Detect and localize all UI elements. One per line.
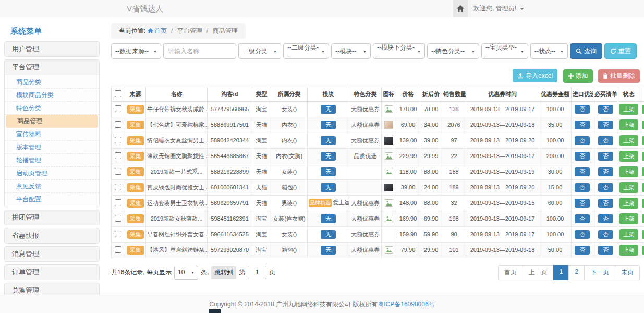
search-button[interactable]: 查询 [570,43,602,59]
page-button[interactable]: 2 [568,265,585,280]
filter-select[interactable]: --模块下分类--▼ [373,43,425,59]
page-button[interactable]: 1 [553,265,569,280]
sidebar-group: 平台管理商品分类模块商品分类特色分类商品管理宣传物料版本管理轮播管理启动页管理意… [4,59,100,207]
edit-button[interactable] [642,105,644,114]
edit-button[interactable] [642,167,644,176]
discount-price: 29.99 [420,148,442,164]
edit-button[interactable] [642,152,644,161]
edit-button[interactable] [642,121,644,129]
status-button[interactable]: 上架 [619,213,638,224]
row-checkbox[interactable] [115,152,121,159]
row-checkbox[interactable] [115,137,121,143]
sidebar-group-header[interactable]: 平台管理 [5,60,99,75]
status-button[interactable]: 上架 [619,166,638,177]
icp-link[interactable]: 粤ICP备16098006号 [378,300,434,309]
import-optimal-toggle[interactable]: 否 [575,246,590,255]
page-button[interactable]: 上一页 [523,265,554,280]
status-button[interactable]: 上架 [619,182,638,193]
import-excel-button[interactable]: 导入excel [513,69,557,82]
sidebar-group-header[interactable]: 订单管理 [5,265,99,280]
status-button[interactable]: 上架 [619,119,638,130]
must-buy-toggle[interactable]: 否 [598,136,613,145]
row-checkbox[interactable] [115,105,121,112]
must-buy-toggle[interactable]: 否 [598,183,613,192]
sidebar-group-header[interactable]: 省惠快报 [5,228,99,243]
batch-delete-button[interactable]: 批量删除 [598,69,640,83]
edit-button[interactable] [642,230,644,239]
status-button[interactable]: 上架 [619,245,638,256]
import-optimal-toggle[interactable]: 否 [575,183,590,192]
status-button[interactable]: 上架 [619,229,638,240]
import-optimal-toggle[interactable]: 否 [575,214,590,223]
sidebar-item[interactable]: 商品分类 [5,76,99,89]
select-all-checkbox[interactable] [115,90,121,97]
sidebar-item[interactable]: 特色分类 [5,102,99,115]
sidebar-item[interactable]: 轮播管理 [5,154,99,167]
status-button[interactable]: 上架 [619,198,638,209]
must-buy-toggle[interactable]: 否 [598,230,613,239]
filter-select[interactable]: 一级分类▼ [238,43,281,59]
sidebar-item[interactable]: 商品管理 [6,115,98,128]
sidebar-item[interactable]: 模块商品分类 [5,89,99,102]
reset-button[interactable]: 重置 [604,43,637,59]
filter-select[interactable]: --状态--▼ [530,43,568,59]
edit-button[interactable] [642,136,644,145]
price: 148.00 [396,195,420,211]
filter-select[interactable]: --二级分类--▼ [283,43,329,59]
sidebar-item[interactable]: 意见反馈 [5,180,99,193]
must-buy-toggle[interactable]: 否 [598,167,613,176]
row-checkbox[interactable] [115,121,121,128]
select-value: --二级分类-- [287,43,319,59]
page-button[interactable]: 首页 [498,265,523,280]
edit-button[interactable] [642,214,644,223]
filter-select[interactable]: --特色分类--▼ [427,43,479,59]
sidebar-group-header[interactable]: 拼团管理 [5,210,99,225]
sidebar-item[interactable]: 平台配置 [5,193,99,206]
search-name-input[interactable] [163,43,236,59]
filter-select[interactable]: --模块--▼ [331,43,371,59]
sidebar-group-header[interactable]: 用户管理 [5,42,99,56]
import-optimal-toggle[interactable]: 否 [575,105,590,114]
sidebar-item[interactable]: 宣传物料 [5,128,99,141]
filter-select-data-source[interactable]: --数据来源-- ▼ [111,43,161,59]
per-page-select[interactable]: 10 ▼ [174,266,198,280]
sidebar-item[interactable]: 启动页管理 [5,167,99,180]
user-menu[interactable]: 欢迎您, 管理员! [473,0,524,17]
sidebar-group-header[interactable]: 消息管理 [5,247,99,261]
table-row: 采集牛仔背带裤女秋装减龄...577479560965淘宝女装()无大额优惠券1… [112,101,644,117]
breadcrumb-home-link[interactable]: 首页 [148,27,167,34]
edit-button[interactable] [642,183,644,192]
status-button[interactable]: 上架 [619,104,638,115]
edit-button[interactable] [642,246,644,255]
must-buy-toggle[interactable]: 否 [598,152,613,161]
home-nav-button[interactable] [453,0,468,17]
row-checkbox[interactable] [115,199,121,206]
add-button[interactable]: 添加 [563,69,593,83]
jump-page-input[interactable] [248,266,266,279]
status-button[interactable]: 上架 [619,151,638,162]
must-buy-toggle[interactable]: 否 [598,121,613,129]
import-optimal-toggle[interactable]: 否 [575,230,590,239]
must-buy-toggle[interactable]: 否 [598,105,613,114]
row-checkbox[interactable] [115,231,121,237]
status-button[interactable]: 上架 [619,135,638,146]
row-checkbox[interactable] [115,168,121,175]
source-badge: 采集 [127,136,144,145]
import-optimal-toggle[interactable]: 否 [575,167,590,176]
coupon-time: 2019-09-13—2019-09-18 [466,242,539,258]
must-buy-toggle[interactable]: 否 [598,214,613,223]
must-buy-toggle[interactable]: 否 [598,246,613,255]
row-checkbox[interactable] [115,184,121,190]
edit-button[interactable] [642,199,644,208]
import-optimal-toggle[interactable]: 否 [575,136,590,145]
sidebar-item[interactable]: 版本管理 [5,141,99,154]
import-optimal-toggle[interactable]: 否 [575,199,590,208]
row-checkbox[interactable] [115,246,121,253]
import-optimal-toggle[interactable]: 否 [575,121,590,129]
filter-select[interactable]: --宝贝类型--▼ [481,43,528,59]
page-button[interactable]: 下一页 [584,265,615,280]
import-optimal-toggle[interactable]: 否 [575,152,590,161]
row-checkbox[interactable] [115,215,121,222]
page-button[interactable]: 末页 [615,265,640,280]
must-buy-toggle[interactable]: 否 [598,199,613,208]
